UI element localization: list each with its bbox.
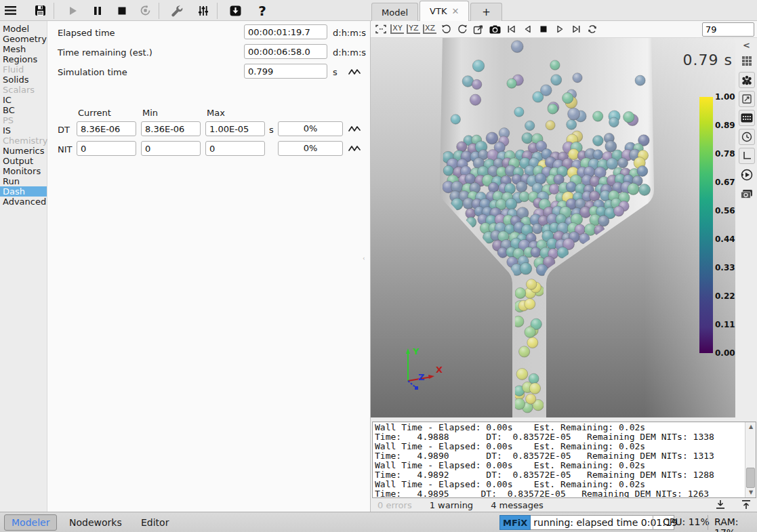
stop-button[interactable] <box>112 1 132 20</box>
reset-button[interactable] <box>135 1 155 20</box>
nit-current-field[interactable] <box>77 141 136 156</box>
messages-count[interactable]: 4 messages <box>491 500 544 510</box>
sidebar-item-run[interactable]: Run <box>0 176 47 186</box>
nit-min-field[interactable] <box>141 141 201 156</box>
particles-toggle-button[interactable] <box>739 72 755 88</box>
next-icon <box>556 25 564 33</box>
tab-vtk[interactable]: VTK ✕ <box>420 1 469 21</box>
close-tab-icon[interactable]: ✕ <box>451 6 459 16</box>
settings-button[interactable] <box>193 1 213 20</box>
sidebar-item-mesh[interactable]: Mesh <box>0 44 47 54</box>
stop-icon <box>118 7 126 15</box>
stop-playback-button[interactable] <box>536 22 551 37</box>
nit-max-field[interactable] <box>205 141 265 156</box>
rotate-right-button[interactable] <box>455 22 470 37</box>
console-output[interactable]: Wall Time - Elapsed: 0.00s Est. Remainin… <box>372 422 756 498</box>
dt-min-field[interactable] <box>141 121 201 136</box>
run-button[interactable] <box>63 1 83 20</box>
loop-playback-button[interactable] <box>585 22 600 37</box>
first-frame-button[interactable] <box>504 22 518 37</box>
geometry-toggle-button[interactable] <box>739 91 755 107</box>
sidebar-item-output[interactable]: Output <box>0 156 47 166</box>
cpu-usage: CPU: 11% <box>663 516 710 527</box>
view-xz-button[interactable]: XZ <box>422 22 437 37</box>
vtk-sidebar: < <box>735 38 757 417</box>
nit-plot-icon[interactable] <box>348 144 361 153</box>
sidebar-item-scalars[interactable]: Scalars <box>0 85 47 95</box>
rotate-left-button[interactable] <box>438 22 453 37</box>
prev-frame-button[interactable] <box>520 22 535 37</box>
sidebar-item-dash[interactable]: Dash <box>0 186 47 197</box>
nit-row-label: NIT <box>58 144 73 155</box>
warnings-count[interactable]: 1 warning <box>430 500 473 510</box>
vtk-viewport[interactable]: Y X Z 0.79 s 1.000.890.780.670.560.440.3… <box>371 38 735 417</box>
sidebar-item-bc[interactable]: BC <box>0 105 47 115</box>
sidebar-item-solids[interactable]: Solids <box>0 75 47 85</box>
help-button[interactable]: ? <box>252 1 272 20</box>
update-button[interactable] <box>225 1 245 20</box>
elapsed-time-field[interactable] <box>244 24 327 39</box>
simulation-time-unit: s <box>333 67 337 77</box>
sidebar-item-is[interactable]: IS <box>0 125 47 136</box>
vtk-toolbar: XY YZ XZ <box>371 21 757 38</box>
pane-collapse-handle[interactable]: ‹ <box>363 245 368 272</box>
sidebar-item-numerics[interactable]: Numerics <box>0 146 47 156</box>
sidebar-item-chemistry[interactable]: Chemistry <box>0 136 47 146</box>
console-scrollbar[interactable]: ▲ ▼ <box>745 422 756 497</box>
last-frame-button[interactable] <box>569 22 584 37</box>
save-button[interactable] <box>30 1 50 20</box>
dt-plot-icon[interactable] <box>348 124 361 134</box>
view-xy-button[interactable]: XY <box>390 22 405 37</box>
colorbar-ticks: 1.000.890.780.670.560.440.330.220.110.00 <box>715 92 735 358</box>
scroll-down-icon[interactable]: ▼ <box>747 489 755 497</box>
menu-button[interactable] <box>0 1 20 20</box>
main-toolbar: ? Model VTK ✕ + <box>0 0 757 21</box>
tab-model[interactable]: Model <box>371 3 418 21</box>
remaining-time-field[interactable] <box>244 44 327 59</box>
axes-toggle-button[interactable] <box>739 148 755 164</box>
next-frame-button[interactable] <box>552 22 567 37</box>
simulation-time-field[interactable] <box>244 64 327 79</box>
sidebar-item-model[interactable]: Model <box>0 24 47 34</box>
colorbar-tick: 0.78 <box>715 149 735 159</box>
nodes-toggle-button[interactable] <box>739 110 755 126</box>
frame-number-input[interactable] <box>702 22 754 37</box>
download-box-icon <box>230 5 241 16</box>
scroll-up-icon[interactable]: ▲ <box>747 423 755 431</box>
save-log-icon[interactable] <box>716 499 725 510</box>
play-visible-button[interactable] <box>739 167 755 183</box>
view-yz-button[interactable]: YZ <box>406 22 421 37</box>
camera-icon <box>489 25 501 34</box>
plot-history-icon[interactable] <box>348 67 361 77</box>
scroll-to-top-icon[interactable] <box>741 499 751 510</box>
pane-tabs: Model VTK ✕ + <box>371 0 504 21</box>
snapshot-button[interactable] <box>739 186 755 202</box>
mfix-window: ? Model VTK ✕ + ModelGeometryMeshRegions… <box>0 0 757 532</box>
mode-editor-button[interactable]: Editor <box>134 514 176 531</box>
dt-max-field[interactable] <box>205 121 265 136</box>
build-button[interactable] <box>167 1 187 20</box>
new-tab-button[interactable]: + <box>470 3 502 21</box>
mesh-toggle-button[interactable] <box>739 53 755 69</box>
reset-view-button[interactable] <box>373 22 388 37</box>
collapse-panel-button[interactable]: < <box>739 39 755 50</box>
node-panel-icon <box>741 113 753 123</box>
time-label-toggle-button[interactable] <box>739 129 755 145</box>
sidebar-item-regions[interactable]: Regions <box>0 54 47 64</box>
dt-current-field[interactable] <box>77 121 136 136</box>
screenshot-button[interactable] <box>487 22 502 37</box>
mode-modeler-button[interactable]: Modeler <box>4 514 57 531</box>
errors-count[interactable]: 0 errors <box>377 500 412 510</box>
sidebar-item-advanced[interactable]: Advanced <box>0 197 47 207</box>
mode-nodeworks-button[interactable]: Nodeworks <box>62 514 129 531</box>
sidebar-item-fluid[interactable]: Fluid <box>0 64 47 75</box>
sidebar-item-ic[interactable]: IC <box>0 95 47 105</box>
sidebar-item-monitors[interactable]: Monitors <box>0 166 47 176</box>
geometry-icon <box>741 94 752 104</box>
colorbar-tick: 0.00 <box>715 348 735 358</box>
sidebar-item-ps[interactable]: PS <box>0 115 47 125</box>
scroll-thumb[interactable] <box>746 468 755 488</box>
perspective-button[interactable] <box>471 22 486 37</box>
sidebar-item-geometry[interactable]: Geometry <box>0 34 47 44</box>
pause-button[interactable] <box>87 1 108 20</box>
